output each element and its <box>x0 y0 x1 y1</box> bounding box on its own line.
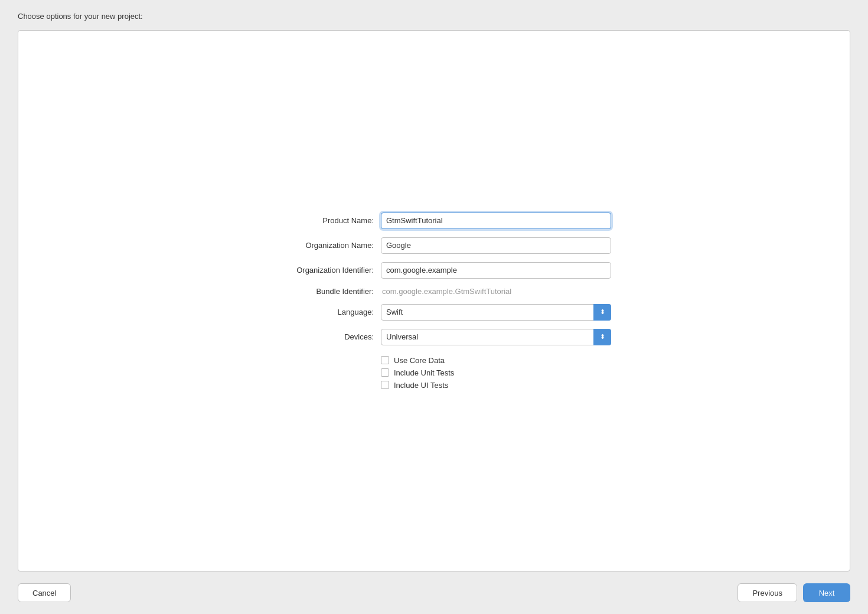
checkboxes-group: Use Core Data Include Unit Tests Include… <box>257 356 611 390</box>
org-name-label: Organization Name: <box>257 241 381 250</box>
devices-select[interactable]: Universal iPhone iPad <box>381 329 611 345</box>
devices-select-wrapper: Universal iPhone iPad ⬍ <box>381 329 611 345</box>
bundle-id-row: Bundle Identifier: com.google.example.Gt… <box>257 287 611 296</box>
form-container: Product Name: Organization Name: Organiz… <box>257 213 611 390</box>
product-name-label: Product Name: <box>257 216 381 225</box>
footer-right: Previous Next <box>738 583 850 602</box>
language-select-wrapper: Swift Objective-C ⬍ <box>381 304 611 321</box>
cancel-button[interactable]: Cancel <box>18 583 71 602</box>
org-identifier-label: Organization Identifier: <box>257 266 381 275</box>
previous-button[interactable]: Previous <box>738 583 797 602</box>
include-unit-tests-label: Include Unit Tests <box>394 368 454 377</box>
use-core-data-checkbox[interactable] <box>381 356 389 364</box>
use-core-data-item[interactable]: Use Core Data <box>381 356 611 365</box>
org-identifier-row: Organization Identifier: <box>257 262 611 279</box>
include-unit-tests-checkbox[interactable] <box>381 368 389 377</box>
devices-label: Devices: <box>257 332 381 341</box>
footer: Cancel Previous Next <box>18 583 850 602</box>
language-label: Language: <box>257 308 381 316</box>
next-button[interactable]: Next <box>803 583 850 602</box>
page-header: Choose options for your new project: <box>18 12 850 21</box>
include-ui-tests-label: Include UI Tests <box>394 381 448 390</box>
devices-row: Devices: Universal iPhone iPad ⬍ <box>257 329 611 345</box>
org-name-row: Organization Name: <box>257 237 611 254</box>
language-row: Language: Swift Objective-C ⬍ <box>257 304 611 321</box>
bundle-id-label: Bundle Identifier: <box>257 287 381 296</box>
main-panel: Product Name: Organization Name: Organiz… <box>18 30 850 571</box>
include-ui-tests-checkbox[interactable] <box>381 381 389 389</box>
product-name-input[interactable] <box>381 213 611 229</box>
include-unit-tests-item[interactable]: Include Unit Tests <box>381 368 611 377</box>
bundle-id-value: com.google.example.GtmSwiftTutorial <box>381 287 511 296</box>
use-core-data-label: Use Core Data <box>394 356 445 365</box>
org-name-input[interactable] <box>381 237 611 254</box>
org-identifier-input[interactable] <box>381 262 611 279</box>
include-ui-tests-item[interactable]: Include UI Tests <box>381 381 611 390</box>
language-select[interactable]: Swift Objective-C <box>381 304 611 321</box>
product-name-row: Product Name: <box>257 213 611 229</box>
page-title: Choose options for your new project: <box>18 12 143 21</box>
